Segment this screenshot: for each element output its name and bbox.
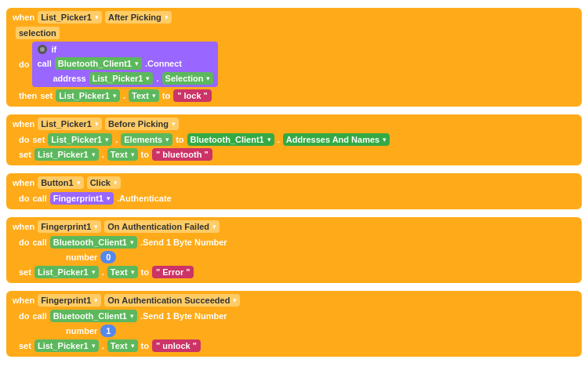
block2-lp2[interactable]: List_Picker1 ▾ <box>34 148 99 161</box>
block1-call: call <box>37 59 51 68</box>
block5-bt[interactable]: Bluetooth_Client1 ▾ <box>50 310 137 322</box>
block5-component-arrow: ▾ <box>94 296 98 304</box>
block1-body: do if call Bluetooth_Client1 ▾ .C <box>13 42 575 102</box>
block1-lp-sel[interactable]: List_Picker1 ▾ <box>89 72 154 85</box>
block3-event-label[interactable]: Click ▾ <box>87 176 121 189</box>
block3-fp-text: Fingerprint1 <box>53 194 103 203</box>
block1-event-arrow: ▾ <box>165 13 169 21</box>
block5-when: when <box>13 296 34 305</box>
block1-text-prop-arrow: ▾ <box>152 92 156 100</box>
block2-bt[interactable]: Bluetooth_Client1 ▾ <box>187 133 274 146</box>
block1-bt-text: Bluetooth_Client1 <box>58 59 132 68</box>
block4-set: set <box>19 267 31 277</box>
block2-row1: do set List_Picker1 ▾ . Elements ▾ to Bl… <box>19 133 575 146</box>
block2-lp2-arrow: ▾ <box>92 151 96 158</box>
gear-icon <box>37 44 48 55</box>
block4-component[interactable]: Fingerprint1 ▾ <box>38 220 101 233</box>
block1-sel2-arrow: ▾ <box>206 74 210 82</box>
block1-lp-text-label: List_Picker1 <box>59 91 110 100</box>
block1-event-label[interactable]: After Picking ▾ <box>105 11 172 24</box>
block5-lp[interactable]: List_Picker1 ▾ <box>34 339 99 352</box>
block2-elements[interactable]: Elements ▾ <box>121 133 172 146</box>
block4-bt[interactable]: Bluetooth_Client1 ▾ <box>50 236 137 249</box>
block5-send: .Send 1 Byte Number <box>140 311 227 321</box>
block1-connect: .Connect <box>145 59 182 68</box>
block2-event-label[interactable]: Before Picking ▾ <box>105 118 179 130</box>
block5-number-row: number 1 <box>19 325 575 337</box>
block4-event-arrow: ▾ <box>212 223 216 230</box>
block1-bt-component[interactable]: Bluetooth_Client1 ▾ <box>55 57 142 70</box>
block4-text-prop[interactable]: Text ▾ <box>107 266 138 278</box>
block5-bt-arrow: ▾ <box>130 312 134 320</box>
block1-then-row: then set List_Picker1 ▾ . Text ▾ to " lo… <box>19 89 575 102</box>
block1-text-prop[interactable]: Text ▾ <box>129 89 159 102</box>
block5-set: set <box>19 341 31 350</box>
block2-lp1-text: List_Picker1 <box>51 135 102 144</box>
block4-number-label: number <box>66 252 97 262</box>
block1-header: when List_Picker1 ▾ After Picking ▾ <box>13 11 575 24</box>
block1-component-arrow: ▾ <box>95 13 99 21</box>
block2-component[interactable]: List_Picker1 ▾ <box>38 118 102 130</box>
block2-set1: set <box>32 135 45 144</box>
block1-then: then <box>19 91 37 100</box>
block4-component-label: Fingerprint1 <box>41 222 91 231</box>
block5-event-text: On Authentication Succeeded <box>107 296 230 305</box>
block3-component[interactable]: Button1 ▾ <box>38 176 84 189</box>
block4-set-row: set List_Picker1 ▾ . Text ▾ to " Error " <box>19 266 575 278</box>
block1-selection2[interactable]: Selection ▾ <box>162 72 214 85</box>
block2-lp1[interactable]: List_Picker1 ▾ <box>48 133 112 146</box>
block5-lp-text: List_Picker1 <box>38 341 89 350</box>
block5-header: when Fingerprint1 ▾ On Authentication Su… <box>13 294 575 307</box>
block1-selection-badge: selection <box>16 27 60 39</box>
block4-num-val: 0 <box>100 251 116 263</box>
block4-call-row: do call Bluetooth_Client1 ▾ .Send 1 Byte… <box>19 236 575 249</box>
block4-send: .Send 1 Byte Number <box>140 238 227 247</box>
block3-header: when Button1 ▾ Click ▾ <box>13 176 575 189</box>
block2-event-text: Before Picking <box>108 119 169 129</box>
block5-event-label[interactable]: On Authentication Succeeded ▾ <box>104 294 240 307</box>
block2-addresses-arrow: ▾ <box>383 136 387 143</box>
block3-fp[interactable]: Fingerprint1 ▾ <box>50 192 114 205</box>
block1-set: set <box>40 91 53 100</box>
block4-when: when <box>13 222 34 231</box>
block5-body: do call Bluetooth_Client1 ▾ .Send 1 Byte… <box>13 310 575 352</box>
block1-do-row: do if call Bluetooth_Client1 ▾ .C <box>19 42 575 87</box>
block1-lp-text[interactable]: List_Picker1 ▾ <box>56 89 120 102</box>
block5-text-prop[interactable]: Text ▾ <box>107 339 138 352</box>
block3-body: do call Fingerprint1 ▾ .Authenticate <box>13 192 575 205</box>
block5-event: when Fingerprint1 ▾ On Authentication Su… <box>6 291 582 357</box>
block3-when: when <box>13 178 34 187</box>
block5-call: call <box>32 311 46 321</box>
block5-text-text: Text <box>111 341 128 350</box>
block2-addresses[interactable]: Addresses And Names ▾ <box>283 133 390 146</box>
block1-call-row: call Bluetooth_Client1 ▾ .Connect <box>37 57 213 70</box>
block2-elements-arrow: ▾ <box>165 136 169 143</box>
block1-event: when List_Picker1 ▾ After Picking ▾ sele… <box>6 8 582 107</box>
block2-elements-text: Elements <box>124 135 162 144</box>
block1-bt-arrow: ▾ <box>135 60 139 67</box>
blocks-workspace: when List_Picker1 ▾ After Picking ▾ sele… <box>0 0 588 365</box>
block3-do: do <box>19 194 29 203</box>
block5-unlock-val: " unlock " <box>152 339 201 352</box>
block4-event-label[interactable]: On Authentication Failed ▾ <box>104 220 220 233</box>
block4-header: when Fingerprint1 ▾ On Authentication Fa… <box>13 220 575 233</box>
block1-to: to <box>162 91 170 100</box>
block2-to2: to <box>141 150 149 159</box>
block1-component[interactable]: List_Picker1 ▾ <box>38 11 102 24</box>
block3-event-arrow: ▾ <box>114 179 118 187</box>
block1-if-header: if <box>37 44 213 55</box>
block2-set2: set <box>19 150 31 159</box>
block5-bt-text: Bluetooth_Client1 <box>53 311 127 321</box>
block2-text-prop[interactable]: Text ▾ <box>107 148 138 161</box>
block4-do: do <box>19 238 29 247</box>
block4-lp-arrow: ▾ <box>92 268 96 276</box>
block3-authenticate: .Authenticate <box>117 194 172 203</box>
block5-component[interactable]: Fingerprint1 ▾ <box>38 294 101 307</box>
block2-lp1-arrow: ▾ <box>105 136 109 143</box>
block5-to: to <box>141 341 149 350</box>
block4-component-arrow: ▾ <box>94 223 98 230</box>
block1-if-block: if call Bluetooth_Client1 ▾ .Connect add… <box>32 42 218 87</box>
block4-lp[interactable]: List_Picker1 ▾ <box>34 266 99 278</box>
block2-to1: to <box>176 135 183 144</box>
block2-text-text: Text <box>111 150 128 159</box>
